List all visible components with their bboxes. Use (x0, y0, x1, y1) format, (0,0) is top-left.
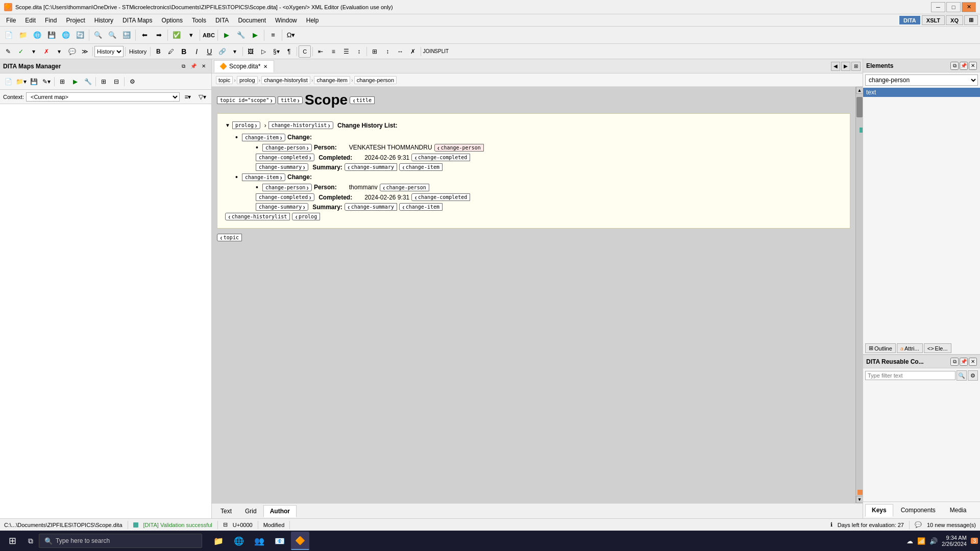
scroll-error-indicator[interactable] (857, 490, 863, 495)
reusable-settings-btn[interactable]: ⚙ (968, 370, 978, 381)
comment-btn[interactable]: 💬 (66, 45, 78, 58)
tab-close-btn[interactable]: ✕ (262, 64, 268, 69)
menu-dita[interactable]: DITA (211, 16, 233, 25)
elements-close-btn[interactable]: ✕ (969, 62, 977, 70)
styles-select[interactable]: History (94, 46, 124, 57)
dm-play-btn[interactable]: ▶ (69, 76, 81, 88)
code-btn[interactable]: C (299, 45, 311, 58)
dm-new-btn[interactable]: 📄 (2, 76, 14, 88)
insert-col-btn[interactable]: ↔ (394, 45, 406, 58)
save-all-btn[interactable]: 🌐 (59, 29, 72, 42)
tab-author[interactable]: Author (263, 505, 297, 517)
tab-scope-dita[interactable]: 🔶 Scope.dita* ✕ (214, 60, 274, 72)
dita-maps-pin-btn[interactable]: 📌 (189, 62, 198, 71)
section-btn[interactable]: §▾ (270, 45, 282, 58)
search-replace-btn[interactable]: 🔍 (106, 29, 119, 42)
vscroll-down-btn[interactable]: ▼ (856, 496, 863, 503)
forward-btn[interactable]: ➡ (152, 29, 165, 42)
reusable-filter-input[interactable] (865, 371, 955, 380)
menu-tools[interactable]: Tools (188, 16, 210, 25)
indent-btn[interactable]: ≡ (266, 29, 280, 42)
menu-find[interactable]: Find (41, 16, 61, 25)
dita-maps-close-btn[interactable]: ✕ (199, 62, 208, 71)
more-btn[interactable]: ≫ (79, 45, 91, 58)
dita-maps-restore-btn[interactable]: ⧉ (179, 62, 188, 71)
taskbar-notification-count[interactable]: 3 (971, 538, 978, 544)
bold-btn2[interactable]: B (152, 45, 164, 58)
tab-text[interactable]: Text (214, 505, 238, 517)
tab-nav-forward[interactable]: ▶ (841, 62, 850, 71)
browse-back-btn[interactable]: 🔙 (120, 29, 133, 42)
media-btn[interactable]: ▷ (257, 45, 270, 58)
tools-btn[interactable]: 🔧 (234, 29, 248, 42)
check-btn[interactable]: ✓ (15, 45, 27, 58)
editor-vscrollbar[interactable]: ▲ ▼ (855, 87, 863, 503)
taskbar-oxygen-btn[interactable]: 🔶 (291, 532, 309, 550)
spell-check-btn[interactable]: ABC (202, 29, 215, 42)
elements-restore-btn[interactable]: ⧉ (950, 62, 959, 70)
join-btn[interactable]: JOIN (423, 45, 435, 58)
list-btn[interactable]: ≡ (327, 45, 339, 58)
breadcrumb-change-item[interactable]: change-item (314, 76, 350, 84)
attri-tab[interactable]: a Attri... (897, 343, 923, 353)
bold-btn[interactable]: B (178, 45, 190, 58)
image-btn[interactable]: 🖼 (244, 45, 257, 58)
taskbar-outlook-btn[interactable]: 📧 (271, 532, 289, 550)
taskbar-explorer-btn[interactable]: 📁 (209, 532, 228, 550)
context-sort-btn[interactable]: ≡▾ (182, 91, 194, 103)
dm-table-btn[interactable]: ⊞ (56, 76, 68, 88)
new-file-btn[interactable]: 📄 (2, 29, 15, 42)
back-btn[interactable]: ⬅ (138, 29, 151, 42)
elements-text-item[interactable]: text (863, 88, 980, 97)
context-filter-btn[interactable]: ▽▾ (196, 91, 208, 103)
menu-document[interactable]: Document (234, 16, 270, 25)
link-btn[interactable]: 🔗 (216, 45, 228, 58)
taskbar-search[interactable]: 🔍 Type here to search (39, 534, 202, 548)
outdent-btn[interactable]: ⇤ (314, 45, 327, 58)
play-btn[interactable]: ▶ (220, 29, 233, 42)
outline-tab[interactable]: ⊞ Outline (865, 343, 896, 353)
list-unordered-btn[interactable]: ☰ (340, 45, 352, 58)
reusable-restore-btn[interactable]: ⧉ (950, 358, 959, 366)
mode-xq-btn[interactable]: XQ (946, 15, 963, 25)
para-btn[interactable]: ¶ (283, 45, 295, 58)
special-char-btn[interactable]: Ω▾ (284, 29, 298, 42)
mode-dita-btn[interactable]: DITA (899, 15, 921, 25)
close-button[interactable]: ✕ (962, 2, 976, 12)
reject-btn[interactable]: ✗ (40, 45, 53, 58)
mode-xslt-btn[interactable]: XSLT (922, 15, 945, 25)
vscroll-thumb[interactable] (856, 97, 863, 117)
search-btn[interactable]: 🔍 (91, 29, 105, 42)
validate-dropdown-btn[interactable]: ▾ (184, 29, 198, 42)
open-url-btn[interactable]: 🌐 (31, 29, 44, 42)
menu-ditamaps[interactable]: DITA Maps (118, 16, 156, 25)
taskview-btn[interactable]: ⧉ (24, 535, 37, 547)
refresh-btn[interactable]: 🔄 (74, 29, 87, 42)
elements-select[interactable]: change-person (865, 74, 978, 86)
tab-nav-back[interactable]: ◀ (831, 62, 840, 71)
reusable-pin-btn[interactable]: 📌 (960, 358, 968, 366)
breadcrumb-topic[interactable]: topic (216, 76, 233, 84)
validate-btn[interactable]: ✅ (170, 29, 183, 42)
highlight-btn[interactable]: 🖊 (165, 45, 177, 58)
author-mode-btn[interactable]: ✎ (2, 45, 14, 58)
run-debug-btn[interactable]: ▶ (249, 29, 262, 42)
split-btn[interactable]: SPLIT (435, 45, 448, 58)
reusable-search-btn[interactable]: 🔍 (957, 370, 967, 381)
ele-tab[interactable]: <> Ele... (924, 343, 951, 353)
elements-pin-btn[interactable]: 📌 (960, 62, 968, 70)
reusable-action-btn-1[interactable]: R.. (977, 504, 980, 516)
menu-window[interactable]: Window (271, 16, 301, 25)
dm-tools-btn[interactable]: 🔧 (82, 76, 94, 88)
taskbar-edge-btn[interactable]: 🌐 (230, 532, 248, 550)
maximize-button[interactable]: □ (946, 2, 961, 12)
menu-help[interactable]: Help (302, 16, 323, 25)
reusable-media-tab[interactable]: Media (943, 504, 973, 516)
sort-btn[interactable]: ↕ (353, 45, 365, 58)
reusable-components-tab[interactable]: Components (894, 504, 942, 516)
tab-grid[interactable]: Grid (238, 505, 263, 517)
tab-nav-expand[interactable]: ⊞ (851, 62, 861, 71)
dm-settings-btn[interactable]: ⚙ (126, 76, 138, 88)
menu-edit[interactable]: Edit (21, 16, 40, 25)
menu-options[interactable]: Options (158, 16, 187, 25)
